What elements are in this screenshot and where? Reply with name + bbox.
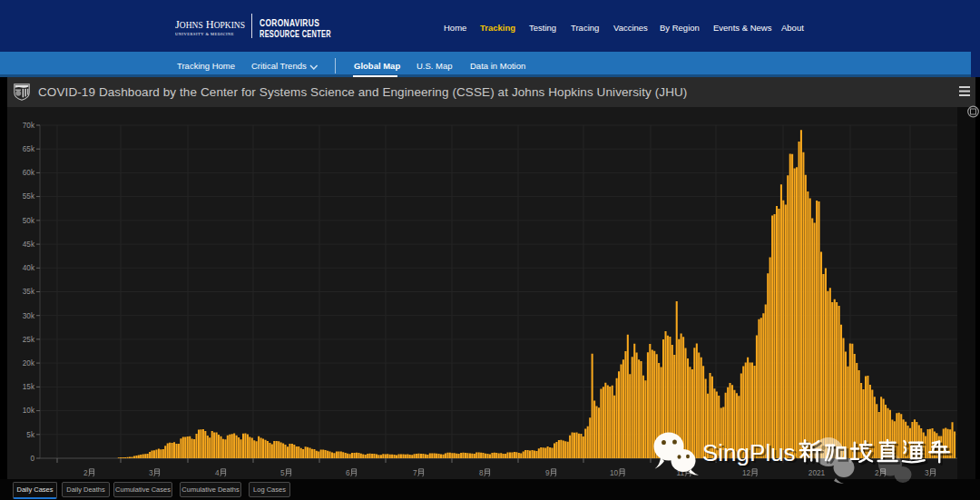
svg-text:SingPlus: SingPlus: [702, 439, 796, 466]
